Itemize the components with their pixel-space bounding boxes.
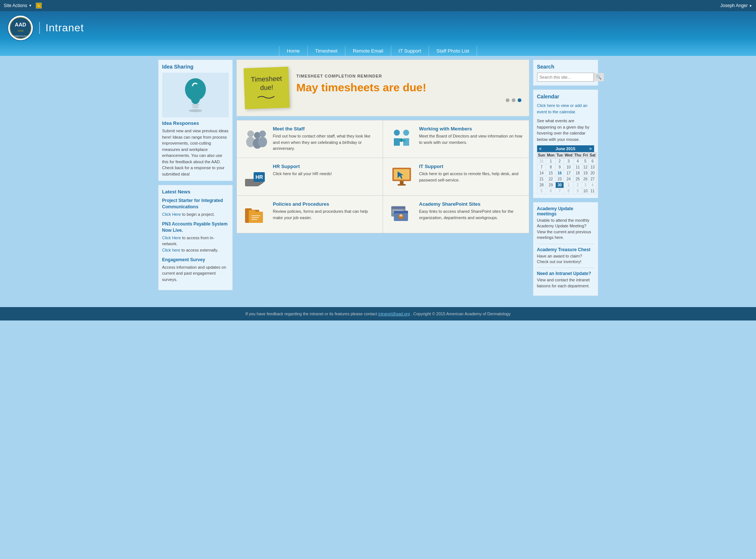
calendar-day[interactable]: 17 [564,170,573,176]
cal-day-tue: Tue [555,152,564,158]
site-actions-button[interactable]: Site Actions ▼ ✎ [4,3,42,9]
calendar-day[interactable]: 6 [546,188,556,194]
nav-remote-email[interactable]: Remote Email [345,46,391,56]
banner-dots [297,98,521,102]
calendar-day[interactable]: 11 [589,188,597,194]
user-name-button[interactable]: Joseph Anger ▼ [720,3,752,8]
calendar-day[interactable]: 24 [564,176,573,182]
calendar-day[interactable]: 10 [582,188,589,194]
calendar-day[interactable]: 11 [573,164,582,170]
calendar-day[interactable]: 7 [555,188,564,194]
calendar-day[interactable]: 9 [555,164,564,170]
svg-point-17 [399,138,403,142]
update-1-title[interactable]: Academy Treasure Chest [537,247,594,252]
policies-title: Policies and Procedures [273,201,377,207]
calendar-day[interactable]: 1 [564,182,573,188]
calendar-day[interactable]: 14 [537,170,546,176]
search-input[interactable] [537,73,593,81]
nav-it-support[interactable]: IT Support [391,46,429,56]
idea-responses-text: Submit new and view previous ideas here!… [162,128,229,177]
calendar-week-0: 31123456 [537,158,596,164]
news-item-2: Engagement Survey Access information and… [162,257,229,282]
latest-news-title: Latest News [162,189,229,195]
calendar-day[interactable]: 5 [537,188,546,194]
calendar-day[interactable]: 6 [589,158,597,164]
feature-grid: Meet the Staff Find out how to contact o… [236,120,529,233]
calendar-day[interactable]: 26 [582,176,589,182]
svg-rect-39 [394,211,408,213]
feature-meet-staff[interactable]: Meet the Staff Find out how to contact o… [237,120,383,158]
cal-day-fri: Fri [582,152,589,158]
feature-policies[interactable]: Policies and Procedures Review policies,… [237,196,383,233]
calendar-day[interactable]: 28 [537,182,546,188]
calendar-prev-btn[interactable]: < [539,146,542,151]
right-sidebar: Search 🔍 Calendar Click here to view or … [533,60,598,300]
nav-staff-photo-list[interactable]: Staff Photo List [429,46,477,56]
search-button[interactable]: 🔍 [593,73,604,81]
working-members-title: Working with Members [419,126,523,132]
calendar-day[interactable]: 9 [573,188,582,194]
calendar-day[interactable]: 10 [564,164,573,170]
calendar-body: 3112345678910111213141516171819202122232… [537,158,596,194]
calendar-day[interactable]: 16 [555,170,564,176]
it-support-title: IT Support [419,164,523,169]
meet-staff-content: Meet the Staff Find out how to contact o… [273,126,377,152]
news-item-0-link[interactable]: Click Here [162,212,181,217]
calendar-day[interactable]: 5 [582,158,589,164]
footer-email[interactable]: intranet@aad.org [378,312,410,316]
feature-working-members[interactable]: Working with Members Meet the Board of D… [383,120,529,158]
calendar-day[interactable]: 22 [546,176,556,182]
calendar-day[interactable]: 1 [546,158,556,164]
calendar-day[interactable]: 2 [555,158,564,164]
calendar-day[interactable]: 12 [582,164,589,170]
news-item-1-link-external[interactable]: Click here [162,248,181,252]
calendar-day[interactable]: 4 [589,182,597,188]
calendar-day[interactable]: 8 [546,164,556,170]
update-2-title[interactable]: Need an Intranet Update? [537,271,594,276]
nav-timesheet[interactable]: Timesheet [308,46,345,56]
calendar-widget: < June 2015 > Sun Mon Tue Wed Thu Fri Sa [537,145,594,194]
calendar-day[interactable]: 8 [564,188,573,194]
latest-news-card: Latest News Project Starter for Integrat… [158,185,233,290]
calendar-day[interactable]: 20 [589,170,597,176]
calendar-day[interactable]: 4 [573,158,582,164]
calendar-day[interactable]: 15 [546,170,556,176]
calendar-day[interactable]: 7 [537,164,546,170]
feature-it-support[interactable]: IT Support Click here to get access to r… [383,158,529,195]
svg-rect-30 [249,210,255,213]
footer-copyright: . Copyright © 2015 American Academy of D… [411,312,511,316]
calendar-day[interactable]: 31 [537,158,546,164]
calendar-day[interactable]: 25 [573,176,582,182]
idea-sharing-image[interactable] [162,73,229,117]
feature-hr-support[interactable]: HR HR Support Click here for all your HR… [237,158,383,195]
banner-dot-0[interactable] [506,98,509,102]
nav-home[interactable]: Home [279,46,308,56]
banner-dot-2[interactable] [518,98,521,102]
calendar-day[interactable]: 29 [546,182,556,188]
divider-0 [537,244,594,244]
news-item-1-link-innetwork[interactable]: Click Here [162,236,181,240]
calendar-day[interactable]: 21 [537,176,546,182]
svg-rect-33 [251,219,257,220]
banner-dot-1[interactable] [512,98,515,102]
update-2-text: View and contact the intranet liaisons f… [537,277,594,289]
banner-title: May timesheets are due! [297,80,521,95]
calendar-day[interactable]: 3 [582,182,589,188]
calendar-day[interactable]: 2 [573,182,582,188]
calendar-day[interactable]: 23 [555,176,564,182]
idea-sharing-title: Idea Sharing [162,64,229,70]
calendar-day[interactable]: 27 [589,176,597,182]
calendar-day[interactable]: 3 [564,158,573,164]
cal-day-wed: Wed [564,152,573,158]
calendar-next-btn[interactable]: > [589,146,592,151]
calendar-link[interactable]: Click here to view or add an event to th… [537,102,594,115]
calendar-day[interactable]: 30 [555,182,564,188]
working-members-content: Working with Members Meet the Board of D… [419,126,523,145]
news-item-1-text: Click Here to access from in-network. Cl… [162,235,229,253]
hr-support-text: Click here for all your HR needs! [273,171,377,177]
calendar-day[interactable]: 18 [573,170,582,176]
calendar-day[interactable]: 19 [582,170,589,176]
feature-sharepoint[interactable]: Academy SharePoint Sites Easy links to a… [383,196,529,233]
calendar-day[interactable]: 13 [589,164,597,170]
update-0-title[interactable]: Academy Update meetings [537,206,594,217]
